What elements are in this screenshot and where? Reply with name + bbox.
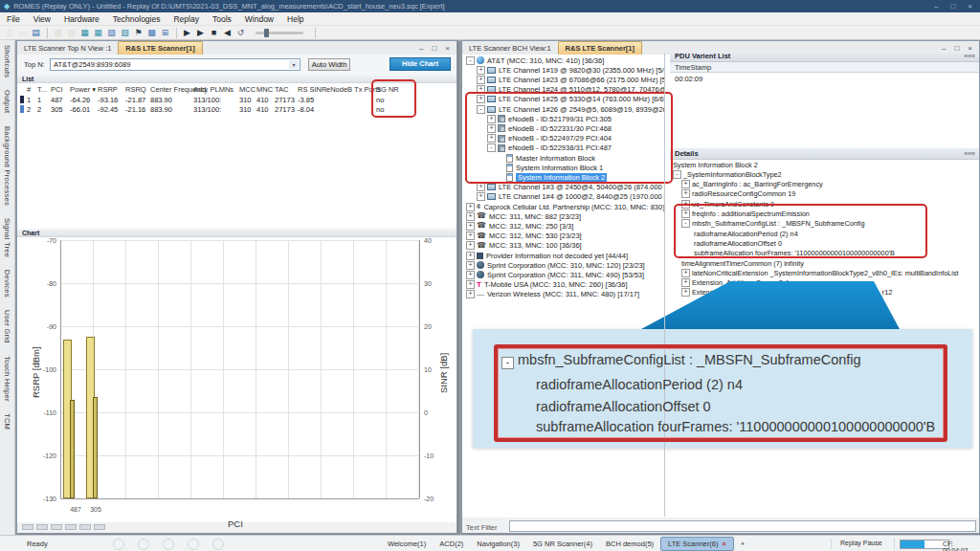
details-row[interactable]: +radioResourceConfigCommon 19 — [670, 189, 979, 199]
measurement-icon[interactable]: ▨ — [119, 27, 131, 39]
slider-handle[interactable] — [264, 29, 269, 37]
expand-icon[interactable]: + — [466, 231, 475, 240]
workspace-tab-welcome-1-[interactable]: Welcome(1) — [381, 538, 433, 550]
expand-icon[interactable]: + — [466, 280, 475, 289]
new-workspace-tab-button[interactable]: + — [734, 538, 751, 550]
menu-window[interactable]: Window — [238, 14, 280, 24]
expand-icon[interactable]: + — [681, 269, 690, 277]
sidebar-tab-user-grid[interactable]: User Grid — [3, 310, 11, 343]
signal-tree-icon[interactable]: ▦ — [78, 27, 91, 39]
replay-speed-slider[interactable] — [256, 32, 303, 34]
expand-icon[interactable]: + — [466, 241, 475, 250]
collapse-chevrons-icon[interactable]: ««« — [964, 148, 975, 160]
collapse-icon[interactable]: - — [466, 56, 475, 65]
expand-icon[interactable]: + — [681, 189, 690, 198]
text-filter-input[interactable] — [509, 520, 976, 532]
expand-icon[interactable]: + — [466, 222, 475, 231]
stop-icon[interactable]: ■ — [208, 27, 220, 39]
close-icon[interactable]: × — [722, 540, 725, 548]
close-icon[interactable]: × — [968, 2, 972, 11]
copy-icon[interactable]: ▥ — [65, 27, 78, 39]
workspace-icon[interactable]: ▦ — [92, 27, 104, 39]
sidebar-tab-shortcuts[interactable]: Shortcuts — [3, 45, 11, 77]
menu-tools[interactable]: Tools — [206, 14, 238, 24]
tree-item[interactable]: +☎MCC: 312, MNC: 250 [3/3] — [462, 221, 665, 231]
details-row[interactable]: +ac_BarringInfo : ac_BarringForEmergency — [670, 180, 979, 189]
expand-icon[interactable]: + — [681, 180, 690, 188]
expand-icon[interactable]: + — [466, 271, 475, 279]
chart-page-tab[interactable] — [51, 524, 62, 530]
sidebar-tab-touch-helper[interactable]: Touch Helper — [3, 356, 11, 402]
expand-icon[interactable]: + — [466, 212, 475, 221]
expand-icon[interactable]: + — [681, 288, 690, 297]
topn-combo[interactable]: AT&T@2549:8939:6089 ▾ — [50, 58, 301, 71]
collapse-chevrons-icon[interactable]: ««« — [964, 51, 975, 62]
expand-icon[interactable]: + — [477, 66, 485, 75]
tree-item[interactable]: +LTE Channel 1#23 @ 67086@66 (2175.000 M… — [462, 75, 665, 84]
cut-icon[interactable]: ▥ — [52, 27, 64, 39]
column-header[interactable]: Add. PLMNs — [193, 85, 234, 94]
views-grid-icon[interactable]: ⊞ — [159, 27, 171, 39]
pdu-timestamp-value[interactable]: 00:02:09 — [675, 75, 702, 83]
column-header[interactable]: MCC — [239, 85, 256, 94]
bch-tab[interactable]: LTE Scanner BCH View:1 — [462, 42, 558, 55]
tree-item[interactable]: +Provider Information not decoded yet [4… — [462, 251, 665, 260]
pane-splitter[interactable] — [664, 54, 665, 517]
close-icon[interactable]: × — [445, 44, 450, 53]
auto-width-button[interactable]: Auto Width — [308, 58, 350, 71]
expand-icon[interactable]: + — [477, 76, 485, 84]
collapse-icon[interactable]: - — [673, 170, 681, 179]
route-flag-icon[interactable]: ⚑ — [132, 27, 145, 39]
chart-page-tab[interactable] — [94, 524, 105, 530]
column-header[interactable]: # — [27, 85, 31, 94]
tree-item[interactable]: +☎MCC: 312, MNC: 530 [23/23] — [462, 231, 665, 241]
column-header[interactable]: PCI — [51, 85, 63, 94]
tree-item[interactable]: +☎MCC: 311, MNC: 882 [23/23] — [462, 211, 665, 221]
tree-item[interactable]: +—Verizon Wireless (MCC: 311, MNC: 480) … — [462, 290, 665, 299]
workspace-tab-5g-nr-scanner-4-[interactable]: 5G NR Scanner(4) — [526, 538, 599, 550]
expand-icon[interactable]: + — [466, 261, 475, 270]
tree-item[interactable]: +TT-Mobile USA (MCC: 310, MNC: 260) [36/… — [462, 280, 665, 290]
chart-page-tab[interactable] — [22, 524, 33, 530]
sidebar-tab-output[interactable]: Output — [3, 90, 11, 113]
column-header[interactable]: RSRP — [98, 85, 118, 94]
column-header[interactable]: T... — [37, 85, 47, 94]
sidebar-tab-signal-tree[interactable]: Signal Tree — [3, 218, 11, 257]
menu-help[interactable]: Help — [280, 14, 310, 24]
chevron-down-icon[interactable]: ▾ — [289, 60, 299, 69]
topn-tab[interactable]: LTE Scanner Top N View :1 — [17, 42, 118, 55]
chart-page-tab[interactable] — [79, 524, 91, 530]
tree-item[interactable]: +¢Caprock Cellular Ltd. Partnership (MCC… — [462, 202, 665, 211]
expand-icon[interactable]: + — [466, 252, 475, 260]
open-folder-icon[interactable]: ▱ — [16, 27, 29, 39]
menu-file[interactable]: File — [0, 14, 27, 24]
minimize-icon[interactable]: – — [419, 44, 423, 53]
hide-chart-button[interactable]: Hide Chart — [390, 57, 451, 71]
jump-to-start-icon[interactable]: ◀ — [221, 27, 234, 39]
new-document-icon[interactable]: ▯ — [3, 27, 15, 39]
options-icon[interactable]: ▧ — [105, 27, 118, 39]
workspace-tab-navigation-3-[interactable]: Navigation(3) — [470, 538, 526, 550]
sidebar-tab-background-processes[interactable]: Background Processes — [3, 126, 11, 206]
tree-item[interactable]: +LTE Channel 1#19 @ 9820@30 (2355.000 MH… — [462, 65, 665, 75]
expand-icon[interactable]: + — [477, 192, 485, 201]
details-row[interactable]: -_SystemInformationBlockType2 — [670, 169, 979, 179]
minimize-icon[interactable]: – — [934, 2, 938, 11]
details-row[interactable]: timeAlignmentTimerCommon (7) infinity — [670, 258, 979, 268]
column-header[interactable]: Power ▾ — [70, 85, 96, 94]
sidebar-tab-devices[interactable]: Devices — [3, 270, 11, 298]
tree-item[interactable]: -AT&T (MCC: 310, MNC: 410) [36/36] — [462, 55, 665, 65]
topn-tab[interactable]: R&S LTE Scanner[1] — [118, 41, 202, 55]
repeat-icon[interactable]: ↺ — [234, 27, 247, 39]
maximize-icon[interactable]: □ — [950, 2, 955, 11]
details-row[interactable]: System Information Block 2 — [670, 160, 979, 169]
bch-tab[interactable]: R&S LTE Scanner[1] — [558, 41, 642, 55]
column-header[interactable]: TAC — [275, 85, 288, 94]
tree-item[interactable]: +Sprint Corporation (MCC: 311, MNC: 490)… — [462, 270, 665, 279]
save-icon[interactable]: ▤ — [30, 27, 42, 39]
menu-technologies[interactable]: Technologies — [106, 14, 167, 24]
details-row[interactable]: +lateNonCriticalExtension _SystemInforma… — [670, 268, 979, 277]
map-icon[interactable]: ▩ — [145, 27, 158, 39]
step-forward-icon[interactable]: ▶ — [181, 27, 193, 39]
sidebar-tab-tcm[interactable]: TCM — [3, 413, 11, 430]
